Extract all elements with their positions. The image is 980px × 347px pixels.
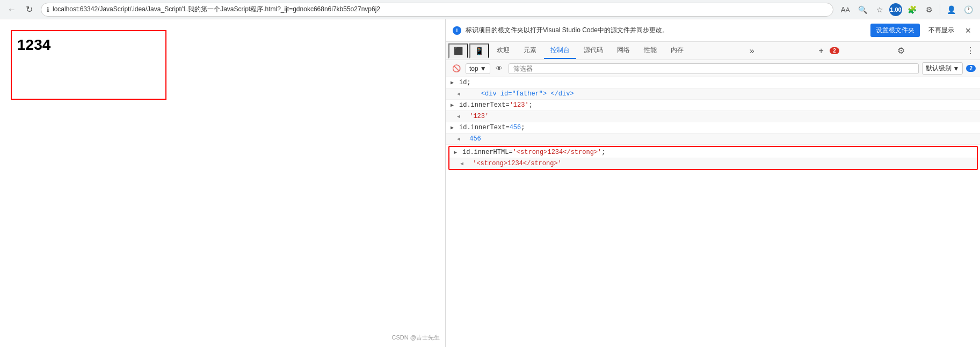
return-arrow-4: ◀ (457, 113, 463, 120)
error-badge: 2 (830, 47, 839, 54)
font-size-button[interactable]: AA (838, 2, 853, 17)
console-line-4: ◀ '123' (446, 111, 980, 122)
context-dropdown-icon: ▼ (480, 65, 487, 72)
tab-performance[interactable]: 性能 (637, 42, 663, 59)
info-bar: i 标识项目的根文件夹以打开Visual Studio Code中的源文件并同步… (446, 19, 980, 42)
settings-button[interactable]: ⚙ (921, 2, 937, 17)
console-text-4: '123' (466, 113, 489, 120)
no-show-button[interactable]: 不再显示 (924, 24, 959, 37)
content-box: 1234 (11, 30, 166, 100)
close-info-button[interactable]: ✕ (963, 26, 974, 35)
main-layout: 1234 CSDN @吉士先生 i 标识项目的根文件夹以打开Visual Stu… (0, 19, 980, 347)
highlighted-console-block: ▶ id.innerHTML='<strong>1234</strong>'; … (448, 146, 978, 170)
devtools-panel: i 标识项目的根文件夹以打开Visual Studio Code中的源文件并同步… (446, 19, 980, 347)
profile-avatar[interactable]: 1.00 (889, 3, 902, 16)
eye-button[interactable]: 👁 (493, 63, 505, 75)
expand-arrow-5[interactable]: ▶ (451, 124, 457, 131)
level-label: 默认级别 (926, 64, 952, 73)
address-bar[interactable]: ℹ localhost:63342/JavaScript/.idea/Java_… (41, 3, 833, 17)
return-arrow-6: ◀ (457, 136, 463, 142)
console-text-7: id.innerHTML='<strong>1234</strong>'; (462, 149, 605, 156)
refresh-button[interactable]: ↻ (21, 2, 37, 17)
nav-buttons: ← ↻ (4, 2, 37, 17)
console-line-7: ▶ id.innerHTML='<strong>1234</strong>'; (449, 147, 977, 158)
tab-console[interactable]: 控制台 (544, 42, 576, 59)
console-line-6: ◀ 456 (446, 134, 980, 145)
console-text-1: id; (459, 79, 471, 86)
more-tabs-button[interactable]: » (744, 43, 759, 58)
tab-inspect[interactable]: ⬛ (448, 43, 468, 58)
expand-arrow-1[interactable]: ▶ (451, 79, 457, 86)
add-tab-button[interactable]: + (814, 43, 829, 58)
console-line-8: ◀ '<strong>1234</strong>' (449, 158, 977, 169)
tab-device[interactable]: 📱 (469, 43, 489, 58)
url-text: localhost:63342/JavaScript/.idea/Java_Sc… (53, 5, 380, 14)
filter-input[interactable] (509, 63, 919, 74)
message-count: 2 (966, 65, 976, 72)
top-label: top (469, 65, 478, 72)
console-text-6: 456 (466, 135, 481, 143)
return-arrow-2: ◀ (457, 91, 463, 97)
profile-button[interactable]: 👤 (943, 2, 959, 17)
favorites-button[interactable]: ☆ (872, 2, 887, 17)
info-message: 标识项目的根文件夹以打开Visual Studio Code中的源文件并同步更改… (466, 26, 866, 35)
tab-sources[interactable]: 源代码 (577, 42, 609, 59)
console-output: ▶ id; ◀ <div id="father"> </div> ▶ id.in… (446, 77, 980, 347)
clear-console-button[interactable]: 🚫 (451, 63, 462, 75)
browser-toolbar-icons: AA 🔍 ☆ 1.00 🧩 ⚙ 👤 🕐 (838, 2, 976, 17)
devtools-tabs: ⬛ 📱 欢迎 元素 控制台 源代码 网络 性能 内存 » + 2 ⚙ ⋮ (446, 42, 980, 60)
console-toolbar: 🚫 top ▼ 👁 默认级别 ▼ 2 (446, 60, 980, 77)
msg-badge: 2 (966, 65, 976, 72)
tab-memory[interactable]: 内存 (664, 42, 690, 59)
console-text-2: <div id="father"> </div> (466, 90, 574, 98)
divider (940, 4, 940, 15)
tab-network[interactable]: 网络 (611, 42, 636, 59)
level-selector[interactable]: 默认级别 ▼ (922, 62, 963, 75)
info-icon: i (453, 26, 461, 35)
set-root-button[interactable]: 设置根文件夹 (870, 24, 920, 37)
history-button[interactable]: 🕐 (961, 2, 976, 17)
extensions-button[interactable]: 🧩 (904, 2, 919, 17)
console-text-3: id.innerText='123'; (459, 101, 533, 109)
expand-arrow-3[interactable]: ▶ (451, 102, 457, 108)
tab-elements[interactable]: 元素 (517, 42, 543, 59)
console-text-8: '<strong>1234</strong>' (469, 160, 562, 167)
security-icon: ℹ (47, 6, 49, 13)
console-line-1: ▶ id; (446, 77, 980, 88)
back-button[interactable]: ← (4, 2, 19, 17)
tab-welcome[interactable]: 欢迎 (490, 42, 516, 59)
console-text-5: id.innerText=456; (459, 124, 525, 131)
page-content: 1234 CSDN @吉士先生 (0, 19, 446, 347)
page-number: 1234 (17, 36, 50, 54)
devtools-settings-button[interactable]: ⚙ (894, 43, 909, 58)
devtools-more-button[interactable]: ⋮ (963, 43, 978, 58)
console-line-2: ◀ <div id="father"> </div> (446, 88, 980, 100)
watermark: CSDN @吉士先生 (392, 334, 440, 342)
context-selector[interactable]: top ▼ (466, 63, 490, 74)
browser-chrome: ← ↻ ℹ localhost:63342/JavaScript/.idea/J… (0, 0, 980, 19)
zoom-button[interactable]: 🔍 (855, 2, 870, 17)
level-dropdown-icon: ▼ (953, 65, 960, 72)
console-line-3: ▶ id.innerText='123'; (446, 100, 980, 111)
console-line-5: ▶ id.innerText=456; (446, 122, 980, 134)
return-arrow-8: ◀ (460, 160, 467, 167)
expand-arrow-7[interactable]: ▶ (454, 149, 460, 156)
